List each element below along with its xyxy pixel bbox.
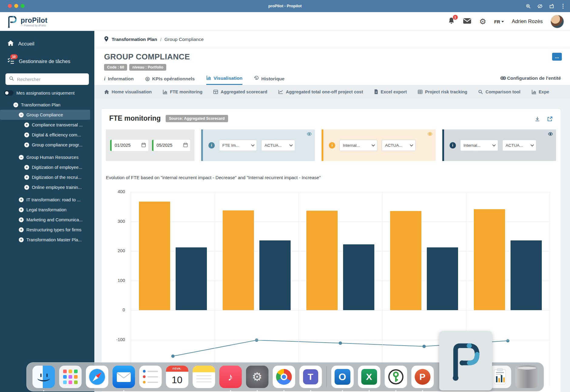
dock-music-icon[interactable]: ♪: [219, 366, 242, 388]
home-icon: [7, 40, 14, 47]
sidebar-item-accueil[interactable]: Accueil: [0, 39, 94, 49]
browser-menu-icon[interactable]: ⋮: [560, 2, 566, 10]
expand-icon[interactable]: +: [24, 122, 29, 127]
browser-eye-off-icon[interactable]: [537, 4, 543, 9]
search-input[interactable]: [16, 76, 80, 82]
scenario-select[interactable]: ACTUA...: [261, 140, 295, 151]
expand-icon[interactable]: +: [19, 197, 24, 202]
dock-notes-icon[interactable]: [193, 366, 215, 388]
tree-item-selected[interactable]: −Group Compliance: [0, 110, 90, 120]
collapse-icon[interactable]: −: [19, 155, 24, 160]
more-options-button[interactable]: ...: [552, 53, 562, 61]
page-title: GROUP COMPLIANCE: [104, 52, 190, 62]
tab-information[interactable]: iInformation: [104, 74, 134, 85]
external-link-icon[interactable]: [547, 116, 553, 123]
expand-icon[interactable]: +: [24, 132, 29, 137]
language-selector[interactable]: FR: [494, 19, 504, 24]
search-icon: [9, 76, 14, 82]
visibility-eye-icon[interactable]: [427, 132, 433, 137]
date-to-input[interactable]: 05/2025: [152, 140, 190, 151]
sidebar-search[interactable]: [5, 73, 89, 85]
y-tick-label: 0: [104, 307, 125, 312]
tree-item[interactable]: −Transformation Plan: [0, 100, 94, 110]
dock-keychain-icon[interactable]: [385, 366, 407, 388]
tree-item[interactable]: +Transformation Master Pla...: [0, 235, 94, 245]
dock-launchpad-icon[interactable]: [59, 366, 82, 388]
dock-chrome-icon[interactable]: [273, 366, 295, 388]
tree-item[interactable]: +Digitization of employee...: [0, 162, 94, 172]
expand-icon[interactable]: +: [19, 237, 24, 242]
tree-item[interactable]: +Digitization of the recrui...: [0, 172, 94, 182]
dock-system-settings-icon[interactable]: ⚙: [246, 366, 268, 388]
settings-gear-icon[interactable]: ⚙: [479, 17, 486, 26]
download-icon[interactable]: [535, 116, 540, 123]
expand-icon[interactable]: +: [24, 165, 29, 170]
tree-item[interactable]: +Group compliance progr...: [0, 140, 94, 150]
dock-mail-icon[interactable]: [113, 366, 135, 388]
propilot-watermark: [439, 331, 492, 390]
subtab-aggregated-total-cost[interactable]: Aggregated total one-off project cost: [278, 89, 363, 94]
bar-decrease: [511, 240, 542, 310]
visibility-eye-icon[interactable]: [548, 132, 553, 137]
subtab-fte-monitoring[interactable]: FTE monitoring: [163, 89, 202, 94]
expand-icon[interactable]: +: [19, 207, 24, 212]
browser-zoom-icon[interactable]: [526, 4, 531, 9]
tree-item[interactable]: +Marketing and Communica...: [0, 215, 94, 225]
visibility-eye-icon[interactable]: [307, 132, 312, 137]
line-chart-icon: [278, 89, 283, 94]
tree-item[interactable]: −Group Human Ressources: [0, 152, 94, 162]
tree-item[interactable]: +Restructuring types for firms: [0, 225, 94, 235]
tree-item[interactable]: +Legal transformation: [0, 205, 94, 215]
tab-historique[interactable]: Historique: [254, 74, 285, 85]
kpi-select[interactable]: FTE Im...: [219, 140, 257, 151]
subtab-expected[interactable]: Expe: [531, 89, 549, 94]
tab-visualisation[interactable]: Visualisation: [206, 74, 242, 85]
location-pin-icon: [104, 36, 109, 43]
subtab-home-visualisation[interactable]: Home visualisation: [104, 89, 152, 94]
subtab-aggregated-scorecard[interactable]: Aggregated scorecard: [213, 89, 267, 94]
expand-icon[interactable]: +: [19, 217, 24, 222]
dock-powerpoint-icon[interactable]: P: [411, 366, 434, 388]
tree-item[interactable]: +IT transformation: road to ...: [0, 195, 94, 205]
sidebar-item-task-manager[interactable]: 10 Gestionnaire de tâches: [0, 56, 94, 67]
dock-teams-icon[interactable]: T: [299, 366, 322, 388]
entity-configuration-button[interactable]: ⚙⚙ Configuration de l'entité: [500, 75, 561, 81]
dock-finder-icon[interactable]: [32, 366, 55, 388]
level-badge: niveau : Portfolio: [129, 64, 166, 71]
collapse-icon[interactable]: −: [19, 112, 24, 117]
dock-calendar-icon[interactable]: FÉVR.10: [166, 366, 188, 388]
tree-item[interactable]: +Compliance transversal ...: [0, 120, 94, 130]
dock-excel-icon[interactable]: X: [358, 366, 380, 388]
subtab-excel-export[interactable]: x Excel export: [374, 89, 407, 94]
dock-outlook-icon[interactable]: O: [331, 366, 354, 388]
tab-kpis-operationnels[interactable]: ◎KPIs opérationnels: [145, 74, 195, 85]
tab-bar: iInformation ◎KPIs opérationnels Visuali…: [104, 74, 285, 85]
date-from-input[interactable]: 01/2025: [110, 140, 148, 151]
breadcrumb-root[interactable]: Transformation Plan: [112, 37, 157, 42]
tree-item[interactable]: +Online employee trainin...: [0, 182, 94, 192]
browser-extensions-icon[interactable]: [549, 4, 554, 9]
expand-icon[interactable]: +: [24, 175, 29, 180]
tree-item[interactable]: +Digital & efficiency com...: [0, 130, 94, 140]
bar-decrease: [176, 247, 207, 310]
dock-trash-icon[interactable]: [515, 366, 538, 388]
scenario-select[interactable]: ACTUA...: [502, 140, 536, 151]
messages-icon[interactable]: [463, 18, 471, 25]
dock-safari-icon[interactable]: [86, 366, 108, 388]
kpi-select[interactable]: Internal...: [460, 140, 498, 151]
subtab-comparison-tool[interactable]: Comparison tool: [478, 89, 520, 94]
dock-reminders-icon[interactable]: [139, 366, 162, 388]
my-assignments-toggle[interactable]: [4, 90, 13, 95]
notifications-bell-icon[interactable]: 1: [448, 17, 455, 26]
avatar[interactable]: [551, 15, 564, 28]
subtab-project-risk-tracking[interactable]: Project risk tracking: [418, 89, 467, 94]
dock-divider: [326, 366, 327, 387]
chevron-down-icon: [251, 143, 255, 146]
scenario-select[interactable]: ACTUA...: [382, 140, 416, 151]
propilot-logo[interactable]: proPilot — Powered by dFakto: [6, 15, 47, 28]
expand-icon[interactable]: +: [24, 142, 29, 147]
collapse-icon[interactable]: −: [13, 102, 18, 107]
expand-icon[interactable]: +: [19, 227, 24, 232]
kpi-select[interactable]: Internal...: [339, 140, 377, 151]
expand-icon[interactable]: +: [24, 185, 29, 190]
